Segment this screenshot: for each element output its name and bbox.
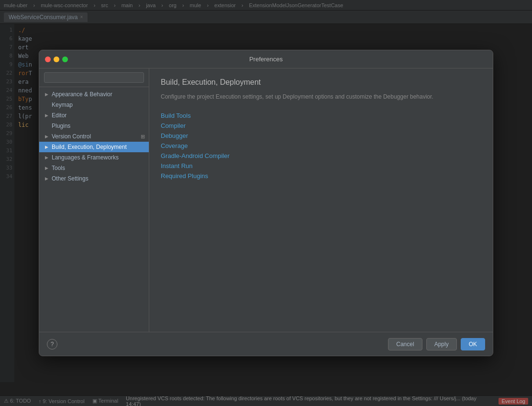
link-instant-run[interactable]: Instant Run (161, 161, 481, 171)
dialog-title: Preferences (249, 56, 283, 63)
dialog-footer: ? Cancel Apply OK (39, 332, 493, 356)
nav-item-build-execution[interactable]: ▶ Build, Execution, Deployment (39, 142, 149, 152)
nav-tree: ▶ Appearance & Behavior Keymap ▶ Editor … (39, 87, 149, 332)
expand-arrow-icon: ▶ (45, 92, 50, 97)
minimize-window-button[interactable] (54, 56, 59, 62)
nav-item-appearance[interactable]: ▶ Appearance & Behavior (39, 89, 149, 100)
dialog-title-bar: Preferences (39, 50, 493, 68)
expand-arrow-icon: ▶ (45, 113, 50, 118)
nav-item-label: Keymap (52, 102, 73, 108)
nav-item-label: Editor (52, 112, 66, 119)
search-box (39, 68, 149, 87)
nav-item-languages[interactable]: ▶ Languages & Frameworks (39, 152, 149, 163)
section-description: Configure the project Execution settings… (161, 92, 481, 101)
cancel-button[interactable]: Cancel (388, 338, 422, 350)
link-coverage[interactable]: Coverage (161, 141, 481, 151)
close-window-button[interactable] (45, 56, 51, 62)
modal-overlay: Preferences ▶ Appearance & Behavior Keym… (0, 0, 532, 406)
traffic-lights (45, 56, 68, 62)
nav-item-label: Build, Execution, Deployment (52, 144, 127, 150)
version-control-indicator: ⊞ (141, 134, 145, 140)
expand-arrow-icon: ▶ (45, 176, 50, 181)
maximize-window-button[interactable] (62, 56, 68, 62)
ok-button[interactable]: OK (461, 338, 485, 350)
apply-button[interactable]: Apply (426, 338, 457, 350)
preferences-dialog: Preferences ▶ Appearance & Behavior Keym… (39, 50, 493, 356)
nav-item-label: Appearance & Behavior (52, 91, 112, 98)
expand-arrow-icon: ▶ (45, 134, 50, 139)
nav-item-editor[interactable]: ▶ Editor (39, 110, 149, 121)
nav-item-label: Version Control (52, 133, 91, 140)
nav-item-tools[interactable]: ▶ Tools (39, 163, 149, 173)
link-gradle-android-compiler[interactable]: Gradle-Android Compiler (161, 151, 481, 161)
search-input[interactable] (44, 72, 144, 83)
section-title: Build, Execution, Deployment (161, 78, 481, 87)
link-build-tools[interactable]: Build Tools (161, 111, 481, 121)
expand-arrow-icon: ▶ (45, 166, 50, 170)
nav-item-version-control[interactable]: ▶ Version Control ⊞ (39, 131, 149, 142)
link-compiler[interactable]: Compiler (161, 121, 481, 131)
expand-arrow-icon: ▶ (45, 145, 50, 149)
link-debugger[interactable]: Debugger (161, 131, 481, 141)
nav-item-label: Tools (52, 165, 65, 171)
help-button[interactable]: ? (47, 339, 57, 350)
nav-item-plugins[interactable]: Plugins (39, 121, 149, 131)
left-nav-panel: ▶ Appearance & Behavior Keymap ▶ Editor … (39, 68, 149, 332)
nav-item-label: Plugins (52, 123, 70, 129)
expand-arrow-icon: ▶ (45, 155, 50, 160)
nav-item-label: Languages & Frameworks (52, 154, 119, 161)
link-required-plugins[interactable]: Required Plugins (161, 171, 481, 181)
nav-item-other-settings[interactable]: ▶ Other Settings (39, 173, 149, 184)
nav-item-label: Other Settings (52, 175, 89, 182)
nav-item-keymap[interactable]: Keymap (39, 100, 149, 110)
right-content-panel: Build, Execution, Deployment Configure t… (149, 68, 493, 332)
dialog-body: ▶ Appearance & Behavior Keymap ▶ Editor … (39, 68, 493, 332)
